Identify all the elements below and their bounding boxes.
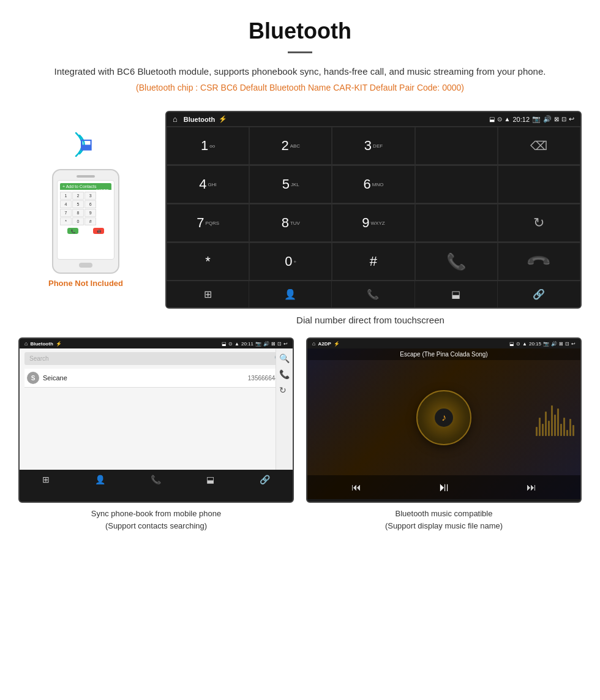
search-side-icon[interactable]: 🔍 (279, 353, 290, 363)
bluetooth-signal-icon: ⬓ (67, 129, 104, 160)
call-side-icon[interactable]: 📞 (279, 369, 290, 379)
phone-screen-header: + Add to Contacts MOTO (60, 183, 111, 190)
music-bt-icon: ⬓ (509, 341, 514, 347)
music-home-icon: ⌂ (312, 341, 315, 347)
phonebook-x-icon: ⊠ (271, 341, 276, 347)
large-android-screen[interactable]: ⌂ Bluetooth ⚡ ⬓ ⊙ ▲ 20:12 📷 🔊 ⊠ ⊡ ↩ (165, 111, 582, 309)
pb-contacts-icon[interactable]: 👤 (95, 475, 105, 484)
music-note-icon: ♪ (441, 412, 446, 423)
phonebook-home-icon: ⌂ (24, 341, 28, 347)
phone-screen-content: 123 456 789 *0# 📞 📵 (60, 192, 111, 234)
pb-phone-icon[interactable]: 📞 (151, 475, 161, 484)
key-7[interactable]: 7PQRS (167, 204, 249, 242)
phone-end-button: 📵 (93, 228, 104, 234)
phonebook-vol-icon: 🔊 (263, 341, 269, 347)
pb-link-icon[interactable]: 🔗 (260, 475, 270, 484)
music-vol-icon: 🔊 (551, 341, 557, 347)
phonebook-win-icon: ⊡ (277, 341, 282, 347)
main-content-row: ⬓ + Add to Contacts MOTO 123 456 789 *0# (0, 111, 600, 337)
music-cam-icon: 📷 (543, 341, 549, 347)
phonebook-time: 20:11 (241, 341, 253, 347)
key-0[interactable]: 0+ (249, 243, 332, 280)
key-star[interactable]: * (167, 243, 249, 280)
location-icon: ⊙ (497, 116, 502, 122)
play-pause-icon[interactable]: ⏯ (438, 480, 450, 494)
link-tab[interactable]: 🔗 (498, 281, 580, 307)
key-4[interactable]: 4GHI (167, 165, 249, 203)
prev-icon[interactable]: ⏮ (351, 482, 361, 493)
dialpad-tab[interactable]: ⊞ (167, 281, 249, 307)
key-3[interactable]: 3DEF (332, 127, 414, 165)
page-title: Bluetooth (37, 18, 563, 44)
large-screen-container: ⌂ Bluetooth ⚡ ⬓ ⊙ ▲ 20:12 📷 🔊 ⊠ ⊡ ↩ (159, 111, 582, 337)
contact-name: Seicane (43, 374, 248, 382)
music-screen[interactable]: ⌂ A2DP ⚡ ⬓ ⊙ ▲ 20:15 📷 🔊 ⊠ ⊡ ↩ (306, 337, 582, 503)
key-2[interactable]: 2ABC (249, 127, 332, 165)
dialpad-row-3: 7PQRS 8TUV 9WXYZ ↻ (167, 203, 580, 242)
pb-bt-icon[interactable]: ⬓ (206, 475, 214, 484)
key-9[interactable]: 9WXYZ (332, 204, 414, 242)
reload-icon: ↻ (533, 215, 544, 231)
phone-bottom-buttons: 📞 📵 (60, 228, 111, 234)
statusbar-right: ⬓ ⊙ ▲ 20:12 📷 🔊 ⊠ ⊡ ↩ (489, 115, 574, 123)
close-icon[interactable]: ⊠ (554, 116, 559, 122)
back-icon[interactable]: ↩ (569, 115, 574, 123)
end-call-icon: 📞 (525, 248, 553, 276)
home-icon[interactable]: ⌂ (173, 115, 178, 124)
empty-cell-3 (415, 204, 498, 242)
key-1[interactable]: 1oo (167, 127, 249, 165)
empty-cell-2 (498, 165, 580, 203)
phone-call-button: 📞 (67, 228, 78, 234)
phone-dialpad: 123 456 789 *0# (60, 192, 96, 225)
dialpad-row-2: 4GHI 5JKL 6MNO (167, 165, 580, 203)
header-specs: (Bluetooth chip : CSR BC6 Default Blueto… (37, 83, 563, 92)
display-area (415, 127, 498, 165)
reload-side-icon[interactable]: ↻ (279, 385, 290, 395)
header-divider (288, 51, 312, 53)
backspace-button[interactable]: ⌫ (498, 127, 580, 165)
phone-speaker (77, 175, 95, 178)
person-icon: 👤 (284, 288, 296, 300)
search-bar[interactable]: Search 🔍 (24, 352, 288, 365)
dialpad-row-1: 1oo 2ABC 3DEF ⌫ (167, 126, 580, 165)
pb-dialpad-icon[interactable]: ⊞ (42, 475, 50, 484)
music-screen-wrap: ⌂ A2DP ⚡ ⬓ ⊙ ▲ 20:15 📷 🔊 ⊠ ⊡ ↩ (306, 337, 582, 532)
music-sig-icon: ▲ (522, 341, 527, 347)
music-statusbar-left: ⌂ A2DP ⚡ (312, 341, 340, 347)
phonebook-body: Search 🔍 S Seicane 13566664466 🔍 📞 ↻ (20, 348, 293, 470)
header-description: Integrated with BC6 Bluetooth module, su… (37, 64, 563, 79)
music-time: 20:15 (529, 341, 541, 347)
music-statusbar: ⌂ A2DP ⚡ ⬓ ⊙ ▲ 20:15 📷 🔊 ⊠ ⊡ ↩ (307, 339, 580, 348)
phonebook-statusbar: ⌂ Bluetooth ⚡ ⬓ ⊙ ▲ 20:11 📷 🔊 ⊠ ⊡ ↩ (20, 339, 293, 348)
phonebook-screen[interactable]: ⌂ Bluetooth ⚡ ⬓ ⊙ ▲ 20:11 📷 🔊 ⊠ ⊡ ↩ (18, 337, 294, 503)
large-screen-caption: Dial number direct from touchscreen (159, 309, 582, 337)
bottom-screens-row: ⌂ Bluetooth ⚡ ⬓ ⊙ ▲ 20:11 📷 🔊 ⊠ ⊡ ↩ (0, 337, 600, 532)
statusbar-left: ⌂ Bluetooth ⚡ (173, 115, 227, 124)
camera-icon[interactable]: 📷 (532, 115, 541, 123)
key-5[interactable]: 5JKL (249, 165, 332, 203)
music-visualizer (536, 399, 574, 436)
screen-title: Bluetooth (184, 116, 215, 123)
phonebook-back-icon: ↩ (283, 341, 288, 347)
music-usb-icon: ⚡ (334, 341, 340, 347)
phonebook-bt-icon: ⬓ (222, 341, 227, 347)
key-hash[interactable]: # (332, 243, 414, 280)
call-button[interactable]: 📞 (415, 243, 498, 280)
dialpad-row-4: * 0+ # 📞 📞 (167, 242, 580, 280)
end-call-button[interactable]: 📞 (498, 243, 580, 280)
music-statusbar-right: ⬓ ⊙ ▲ 20:15 📷 🔊 ⊠ ⊡ ↩ (509, 341, 576, 347)
music-title: A2DP (318, 341, 331, 347)
phonebook-usb-icon: ⚡ (56, 341, 62, 347)
key-8[interactable]: 8TUV (249, 204, 332, 242)
reload-button[interactable]: ↻ (498, 204, 580, 242)
link-icon: 🔗 (533, 288, 545, 300)
contacts-tab[interactable]: 👤 (249, 281, 332, 307)
calls-tab[interactable]: 📞 (332, 281, 414, 307)
bluetooth-tab[interactable]: ⬓ (415, 281, 498, 307)
next-icon[interactable]: ⏭ (527, 482, 536, 493)
music-x-icon: ⊠ (559, 341, 563, 347)
volume-icon[interactable]: 🔊 (543, 115, 552, 123)
key-6[interactable]: 6MNO (332, 165, 414, 203)
window-icon[interactable]: ⊡ (561, 116, 566, 122)
contact-row[interactable]: S Seicane 13566664466 (24, 369, 288, 388)
